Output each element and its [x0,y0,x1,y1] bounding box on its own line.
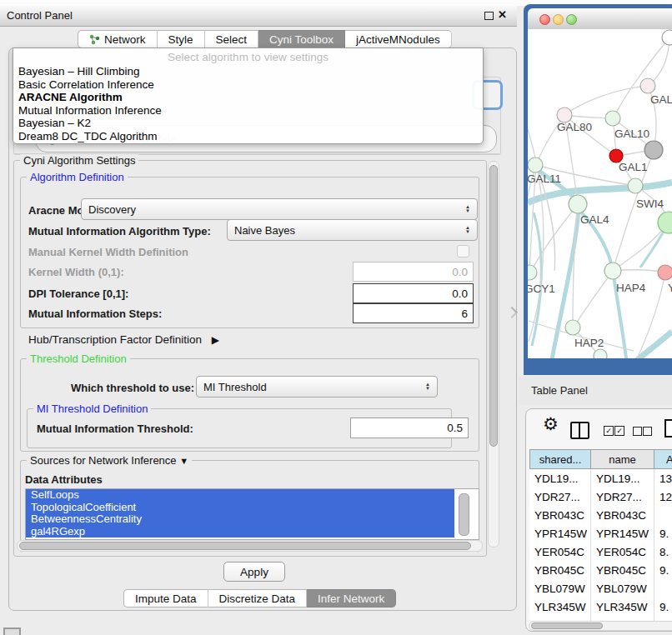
network-node[interactable] [662,30,672,45]
data-attributes-list: SelfLoopsTopologicalCoefficientBetweenne… [25,488,479,540]
threshold-definition-title: Threshold Definition [27,352,130,365]
network-edge[interactable] [574,271,613,328]
network-node[interactable] [640,78,655,93]
network-graph[interactable]: GALGAL80GAL10GAL1GAL11SWI4GAL4GCY1HAP4YH… [528,29,672,358]
algorithm-option[interactable]: Bayesian – Hill Climbing [13,65,483,78]
mi-steps-input[interactable] [353,303,474,323]
apply-button-label: Apply [240,566,268,578]
control-panel-title: Control Panel [7,9,73,22]
table-row[interactable]: YDR27...YDR27...12 [529,488,672,506]
columns-icon[interactable] [570,422,589,439]
table-row[interactable]: YER054CYER054C8. [529,542,672,561]
close-icon[interactable]: ✕ [498,8,507,21]
checked-checkbox-icon[interactable]: ✓ [604,426,614,436]
network-node[interactable] [528,265,537,280]
node-label: SWI4 [636,198,664,210]
network-node[interactable] [604,262,621,279]
data-attribute-item[interactable]: gal4RGexp [26,526,454,538]
network-node[interactable] [528,158,543,172]
table-row[interactable]: YLR345WYLR345W9. [529,598,672,616]
dpi-tolerance-label: DPI Tolerance [0,1]: [28,288,128,300]
algorithm-option[interactable]: Bayesian – K2 [13,117,483,130]
aracne-mode-combo[interactable]: Discovery ▲▼ [81,198,478,220]
network-edge[interactable] [614,38,669,118]
attributes-scrollbar-thumb[interactable] [459,493,469,536]
data-attributes-label: Data Attributes [25,473,103,486]
checked-checkbox-icon[interactable]: ✓ [614,426,624,436]
settings-scrollbar-thumb[interactable] [489,165,498,447]
network-node[interactable] [565,320,580,335]
table-row[interactable]: YBR045CYBR045C9. [529,561,672,579]
column-header-shared-name[interactable]: shared... [529,449,591,469]
kernel-width-input[interactable] [353,262,474,282]
manual-kernel-checkbox[interactable] [457,245,469,258]
network-edge[interactable] [632,332,672,358]
network-edge[interactable] [564,86,648,115]
minimize-traffic-light[interactable] [553,14,564,25]
data-attribute-item[interactable]: BetweennessCentrality [26,513,454,526]
column-header-label: name [609,453,636,466]
tab-discretize-data[interactable]: Discretize Data [208,589,308,608]
hub-definition-toggle[interactable]: Hub/Transcription Factor Definition ▶ [28,333,219,346]
table-row[interactable]: YPR145WYPR145W9. [529,524,672,542]
table-row[interactable]: YBL079WYBL079W [529,579,672,598]
algorithm-popup-placeholder: Select algorithm to view settings [13,48,483,65]
table-cell: YBR045C [591,561,654,579]
table-row[interactable]: YDL19...YDL19...13 [529,469,672,488]
algorithm-option[interactable]: ARACNE Algorithm [13,91,483,104]
network-node[interactable] [594,349,607,358]
algorithm-dropdown-popup: Select algorithm to view settings Bayesi… [13,48,484,144]
settings-scrollbar-track[interactable] [488,161,499,548]
sources-group-title[interactable]: Sources for Network Inference ▼ [27,454,192,467]
minimized-panel-icon[interactable] [3,628,21,635]
tab-select[interactable]: Select [205,30,259,48]
combo-arrows-icon: ▲▼ [465,205,470,213]
table-cell [654,579,672,598]
network-node[interactable] [605,111,620,126]
dpi-tolerance-input[interactable] [353,283,474,303]
gear-icon[interactable]: ⚙ [543,416,559,432]
which-threshold-combo[interactable]: MI Threshold ▲▼ [196,376,438,398]
tab-jactivemnodules[interactable]: jActiveMNodules [345,30,452,48]
unchecked-checkbox-icon[interactable] [633,427,642,436]
algorithm-option[interactable]: Mutual Information Inference [13,104,483,118]
apply-button[interactable]: Apply [223,562,285,582]
data-attribute-item[interactable]: SelfLoops [26,489,454,502]
algorithm-option[interactable]: Dream8 DC_TDC Algorithm [13,130,483,143]
network-canvas[interactable]: GALGAL80GAL10GAL1GAL11SWI4GAL4GCY1HAP4YH… [528,29,672,358]
table-cell: YLR345W [529,598,591,616]
control-panel-titlebar: Control Panel ✕ [0,6,517,27]
network-node[interactable] [658,265,672,280]
column-header-clipped[interactable]: A [654,449,672,469]
document-icon[interactable] [664,419,672,438]
table-cell: 9. [654,524,672,542]
data-attribute-item[interactable]: TopologicalCoefficient [26,502,454,514]
tab-cyni-toolbox[interactable]: Cyni Toolbox [258,30,345,48]
table-header: shared... name A [529,449,672,469]
tab-infer-network[interactable]: Infer Network [307,589,396,608]
settings-hscrollbar-track[interactable] [17,540,483,552]
column-header-name[interactable]: name [591,449,654,469]
algorithm-option[interactable]: Basic Correlation Inference [13,78,483,92]
table-hscrollbar-thumb[interactable] [531,622,603,629]
mi-threshold-input[interactable] [350,418,469,438]
float-panel-icon[interactable] [484,12,494,20]
mi-threshold-label: Mutual Information Threshold: [37,422,193,435]
algorithm-definition-title: Algorithm Definition [27,171,128,183]
mi-type-combo[interactable]: Naive Bayes ▲▼ [227,219,478,241]
network-node[interactable] [644,141,663,159]
network-node[interactable] [569,195,587,213]
table-cell: YBL079W [529,579,591,598]
network-node[interactable] [658,212,672,233]
table-hscrollbar-track[interactable] [529,621,672,631]
zoom-traffic-light[interactable] [566,14,577,25]
tab-impute-data[interactable]: Impute Data [123,589,208,608]
settings-hscrollbar-thumb[interactable] [19,542,471,550]
tab-style[interactable]: Style [158,30,205,48]
close-traffic-light[interactable] [539,14,550,25]
table-row[interactable]: YBR043CYBR043C [529,506,672,524]
network-node[interactable] [628,178,643,193]
network-view-window: GALGAL80GAL10GAL1GAL11SWI4GAL4GCY1HAP4YH… [524,4,672,375]
tab-network[interactable]: Network [78,30,158,48]
unchecked-checkbox-icon[interactable] [643,427,652,436]
